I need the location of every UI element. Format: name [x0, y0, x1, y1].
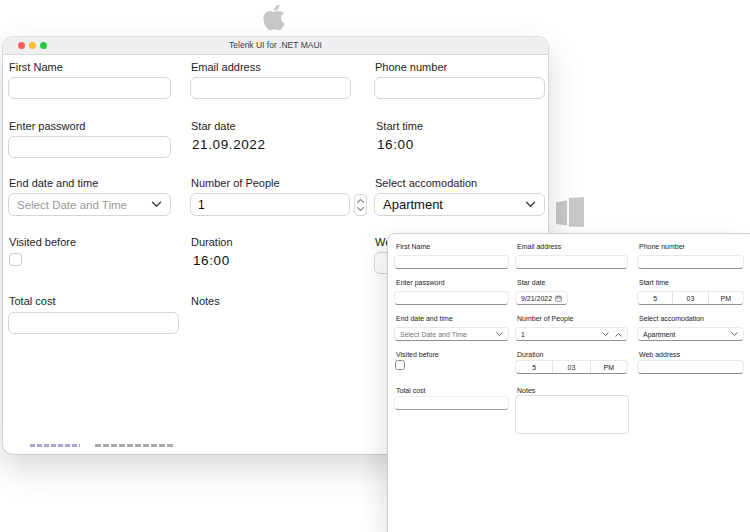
password-input[interactable] — [394, 291, 509, 305]
email-label: Email address — [191, 61, 261, 73]
footer-mark-right — [95, 444, 173, 447]
end-datetime-select[interactable]: Select Date and Time — [394, 327, 509, 341]
password-label: Enter password — [9, 120, 85, 132]
star-date-value: 9/21/2022 — [521, 295, 552, 302]
time-minute-segment[interactable]: 03 — [552, 361, 589, 373]
stepper-down-icon — [356, 206, 365, 212]
end-datetime-placeholder: Select Date and Time — [400, 331, 467, 338]
accommodation-select[interactable]: Apartment — [374, 193, 545, 216]
email-label: Email address — [517, 243, 561, 250]
people-stepper[interactable] — [354, 194, 367, 216]
first-name-label: First Name — [396, 243, 430, 250]
notes-label: Notes — [517, 387, 535, 394]
duration-picker[interactable]: 5 03 PM — [515, 360, 628, 374]
total-label: Total cost — [396, 387, 426, 394]
start-time-label: Start time — [376, 120, 423, 132]
phone-label: Phone number — [375, 61, 447, 73]
duration-label: Duration — [191, 236, 233, 248]
chevron-down-icon — [525, 201, 536, 208]
end-datetime-placeholder: Select Date and Time — [17, 199, 127, 211]
duration-value[interactable]: 16:00 — [193, 253, 230, 268]
chevron-down-icon — [151, 201, 162, 208]
notes-textarea[interactable] — [515, 395, 629, 434]
phone-input[interactable] — [637, 255, 744, 269]
time-minute-segment[interactable]: 03 — [672, 292, 707, 304]
time-hour-segment[interactable]: 5 — [638, 292, 672, 304]
visited-checkbox[interactable] — [395, 360, 405, 370]
apple-logo-icon — [261, 3, 287, 32]
first-name-label: First Name — [9, 61, 63, 73]
start-time-picker[interactable]: 5 03 PM — [637, 291, 744, 305]
windows-window: First Name Email address Phone number En… — [387, 233, 750, 532]
people-label: Number of People — [517, 315, 573, 322]
accommodation-label: Select accomodation — [375, 177, 477, 189]
total-input[interactable] — [394, 396, 509, 410]
accommodation-value: Apartment — [643, 331, 675, 338]
calendar-icon — [555, 295, 562, 302]
first-name-input[interactable] — [394, 255, 509, 269]
time-ampm-segment[interactable]: PM — [708, 292, 743, 304]
visited-checkbox[interactable] — [9, 253, 22, 266]
web-label: Web address — [639, 351, 680, 358]
macos-titlebar[interactable]: Telerik UI for .NET MAUI — [3, 37, 548, 55]
people-stepper-input[interactable]: 1 — [515, 327, 628, 341]
star-date-label: Star date — [517, 279, 545, 286]
stepper-up-icon — [356, 198, 365, 204]
email-input[interactable] — [190, 77, 351, 99]
chevron-down-icon — [496, 332, 503, 337]
footer-mark-left — [30, 444, 80, 447]
phone-label: Phone number — [639, 243, 685, 250]
total-input[interactable] — [8, 312, 179, 334]
end-datetime-select[interactable]: Select Date and Time — [8, 193, 171, 216]
windows-logo-icon — [554, 194, 586, 228]
password-input[interactable] — [8, 136, 171, 158]
stepper-down-icon[interactable] — [602, 332, 609, 337]
star-date-label: Star date — [191, 120, 236, 132]
accommodation-value: Apartment — [383, 197, 443, 212]
web-input[interactable] — [637, 360, 744, 374]
chevron-down-icon — [731, 332, 738, 337]
star-date-value[interactable]: 21.09.2022 — [192, 137, 266, 152]
end-datetime-label: End date and time — [9, 177, 98, 189]
start-time-value[interactable]: 16:00 — [377, 137, 414, 152]
password-label: Enter password — [396, 279, 445, 286]
start-time-label: Start time — [639, 279, 669, 286]
people-value: 1 — [521, 331, 525, 338]
stepper-up-icon[interactable] — [615, 332, 622, 337]
people-input[interactable] — [190, 193, 350, 216]
end-datetime-label: End date and time — [396, 315, 453, 322]
visited-label: Visited before — [396, 351, 439, 358]
accommodation-select[interactable]: Apartment — [637, 327, 744, 341]
people-label: Number of People — [191, 177, 280, 189]
time-ampm-segment[interactable]: PM — [590, 361, 627, 373]
star-date-picker[interactable]: 9/21/2022 — [515, 291, 568, 305]
first-name-input[interactable] — [8, 77, 171, 99]
notes-label: Notes — [191, 295, 220, 307]
total-label: Total cost — [9, 295, 55, 307]
phone-input[interactable] — [374, 77, 545, 99]
visited-label: Visited before — [9, 236, 76, 248]
accommodation-label: Select accomodation — [639, 315, 704, 322]
email-input[interactable] — [515, 255, 628, 269]
window-title: Telerik UI for .NET MAUI — [3, 40, 548, 50]
time-hour-segment[interactable]: 5 — [516, 361, 552, 373]
duration-label: Duration — [517, 351, 543, 358]
